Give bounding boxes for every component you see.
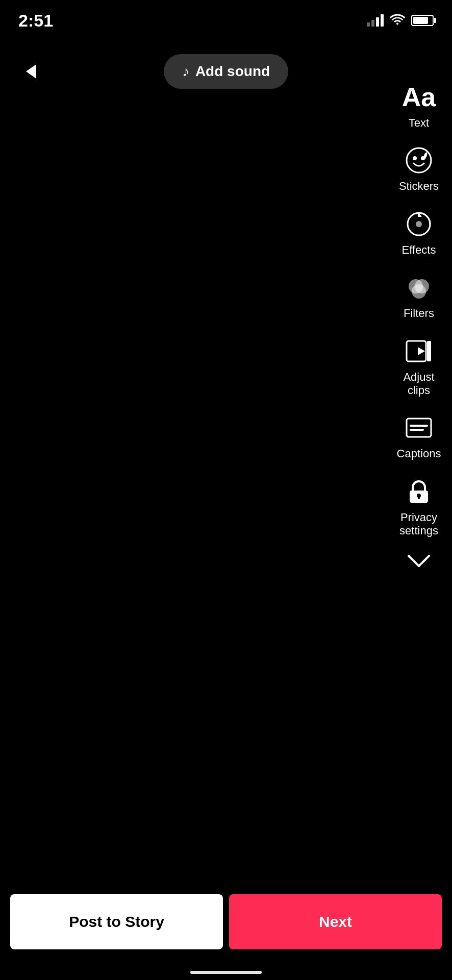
toolbar-item-stickers[interactable]: Stickers [396, 145, 442, 193]
svg-rect-12 [407, 419, 431, 437]
svg-point-8 [412, 284, 426, 299]
toolbar-item-captions[interactable]: Captions [396, 412, 442, 460]
header: ♪ Add sound [0, 46, 452, 97]
back-chevron-icon [26, 64, 36, 79]
right-toolbar: Aa Text Stickers Effects [396, 82, 442, 569]
battery-icon [411, 15, 434, 26]
chevron-down-icon [406, 553, 432, 569]
toolbar-item-text[interactable]: Aa Text [396, 82, 442, 130]
filters-icon [404, 272, 434, 303]
status-bar: 2:51 [0, 0, 452, 41]
svg-rect-11 [427, 341, 431, 361]
privacy-settings-icon [404, 476, 434, 507]
svg-marker-10 [418, 347, 425, 355]
music-note-icon: ♪ [182, 63, 189, 80]
home-indicator [190, 971, 262, 974]
svg-rect-14 [410, 429, 424, 431]
adjust-clips-icon [404, 336, 434, 366]
filters-label: Filters [404, 307, 434, 320]
svg-rect-13 [410, 425, 428, 427]
chevron-down-button[interactable] [396, 553, 442, 569]
privacy-settings-label: Privacy settings [396, 511, 442, 538]
back-button[interactable] [18, 59, 44, 84]
captions-label: Captions [397, 447, 441, 460]
stickers-label: Stickers [399, 180, 439, 193]
toolbar-item-filters[interactable]: Filters [396, 272, 442, 320]
svg-point-4 [416, 221, 422, 227]
next-button[interactable]: Next [229, 894, 442, 949]
bottom-buttons: Post to Story Next [0, 894, 452, 949]
add-sound-button[interactable]: ♪ Add sound [164, 54, 288, 89]
status-icons [367, 13, 434, 29]
wifi-icon [390, 13, 405, 29]
text-label: Text [409, 116, 429, 130]
post-to-story-button[interactable]: Post to Story [10, 894, 223, 949]
toolbar-item-effects[interactable]: Effects [396, 209, 442, 257]
svg-rect-17 [418, 496, 420, 499]
stickers-icon [404, 145, 434, 176]
svg-point-1 [413, 156, 417, 160]
svg-point-0 [407, 148, 431, 173]
captions-icon [404, 412, 434, 443]
effects-label: Effects [402, 243, 436, 257]
adjust-clips-label: Adjust clips [396, 371, 442, 398]
add-sound-label: Add sound [195, 63, 270, 80]
toolbar-item-adjust-clips[interactable]: Adjust clips [396, 336, 442, 398]
text-icon: Aa [404, 82, 434, 112]
effects-icon [404, 209, 434, 239]
toolbar-item-privacy-settings[interactable]: Privacy settings [396, 476, 442, 538]
status-time: 2:51 [18, 11, 53, 31]
signal-icon [367, 14, 384, 27]
